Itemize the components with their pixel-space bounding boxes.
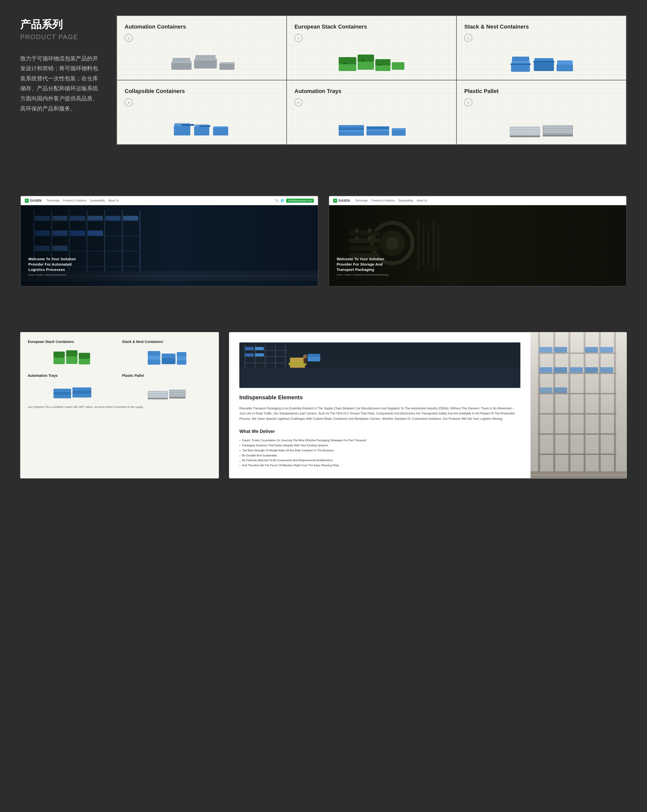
content-hero-image	[240, 342, 520, 388]
wp-header-1: D DASEN Technology Products & Solutions …	[21, 196, 318, 205]
product-grid: Automation Containers	[116, 15, 627, 145]
svg-rect-115	[53, 395, 71, 398]
wp-hero-storage: Welcome To Your Solution Provider For St…	[329, 205, 626, 286]
svg-rect-123	[148, 394, 168, 395]
website-preview-warehouse: D DASEN Technology Products & Solutions …	[20, 195, 319, 287]
product-title-zh: 产品系列	[20, 18, 101, 32]
nav-technology-1[interactable]: Technology	[47, 199, 60, 202]
card-plastic-pallet[interactable]: Plastic Pallet	[456, 80, 626, 145]
svg-rect-120	[73, 388, 92, 391]
product-intro: 产品系列 PRODUCT PAGE 致力于可循环物流包装产品的开发设计和营销；将…	[20, 15, 101, 113]
list-item-5: Be Perfectly Matched To All Components A…	[240, 458, 520, 463]
card-stack-nest[interactable]: Stack & Nest Containers	[456, 16, 626, 80]
card-automation-containers[interactable]: Automation Containers	[117, 16, 287, 80]
svg-rect-128	[170, 395, 185, 396]
product-title-en: PRODUCT PAGE	[20, 33, 101, 41]
thumb-item-stack-nest[interactable]: Stack & Nest Containers	[122, 340, 211, 368]
svg-rect-139	[244, 356, 286, 357]
svg-rect-109	[148, 351, 160, 356]
card-collapsible[interactable]: Collapsible Containers	[117, 80, 287, 145]
list-item-6: And Therefore Be The Focus Of Attention …	[240, 463, 520, 468]
nav-technology-2[interactable]: Technology	[355, 199, 368, 202]
nav-about-2[interactable]: About Us	[417, 199, 427, 202]
wp-hero-warehouse: Welcome To Your Solution Provider For Au…	[21, 205, 318, 286]
content-body-text: Reusable Transport Packaging Is An Essen…	[240, 406, 520, 421]
wp-nav-2: Technology Products & Solutions Sustaina…	[355, 199, 622, 202]
website-previews-section: D DASEN Technology Products & Solutions …	[0, 176, 647, 307]
search-icon-1[interactable]: 🔍	[275, 199, 279, 202]
logo-icon-2: D	[333, 198, 337, 203]
thumb-item-pallet[interactable]: Plastic Pallet	[122, 374, 211, 402]
thumb-image-stack-nest	[122, 346, 211, 368]
thumb-image-pallet	[122, 380, 211, 402]
card-european-stack[interactable]: European Stack Containers	[287, 16, 456, 80]
svg-rect-150	[308, 354, 320, 357]
svg-rect-144	[255, 353, 264, 356]
svg-rect-143	[245, 353, 254, 356]
svg-rect-107	[148, 359, 160, 365]
svg-rect-178	[531, 332, 627, 478]
list-item-2: Packaging Solutions That Easily Integrat…	[240, 443, 520, 448]
svg-point-147	[303, 354, 307, 359]
dasen-logo-1: D DASEN	[25, 198, 42, 203]
dasen-logo-2: D DASEN	[333, 198, 350, 203]
thumb-item-trays[interactable]: Automation Trays	[28, 374, 117, 402]
nav-products-2[interactable]: Products & Solutions	[371, 199, 395, 202]
nav-products-1[interactable]: Products & Solutions	[63, 199, 87, 202]
globe-icon-1[interactable]: 🌐	[281, 199, 284, 202]
thumb-title-european: European Stack Containers	[28, 340, 117, 344]
svg-rect-117	[53, 389, 71, 392]
svg-rect-122	[148, 392, 168, 393]
logo-text-2: DASEN	[339, 198, 350, 202]
svg-rect-104	[66, 350, 78, 356]
thumb-image-european	[28, 346, 117, 368]
svg-rect-110	[162, 357, 175, 364]
contact-button-1[interactable]: Info@dasenplastic.com	[286, 198, 314, 203]
svg-rect-129	[148, 398, 168, 399]
svg-rect-142	[255, 347, 264, 350]
thumbnails-section: European Stack Containers	[0, 322, 647, 499]
svg-rect-102	[53, 351, 65, 357]
svg-rect-101	[53, 357, 65, 364]
card-automation-trays[interactable]: Automation Trays	[287, 80, 456, 145]
website-preview-storage: D DASEN Technology Products & Solutions …	[328, 195, 627, 287]
svg-rect-119	[73, 391, 92, 394]
svg-rect-111	[162, 354, 175, 358]
thumb-inner: European Stack Containers	[20, 332, 219, 419]
product-description: 致力于可循环物流包装产品的开发设计和营销；将可循环物料包装系统替代一次性包装；在…	[20, 53, 101, 114]
nav-sustainability-1[interactable]: Sustainability	[90, 199, 105, 202]
content-left: Indispensable Elements Reusable Transpor…	[229, 332, 531, 478]
svg-rect-148	[304, 359, 307, 363]
list-item-4: Be Durable And Sustainable.	[240, 453, 520, 458]
thumb-item-european[interactable]: European Stack Containers	[28, 340, 117, 368]
svg-rect-127	[170, 393, 185, 394]
svg-rect-106	[79, 353, 90, 359]
wp-actions-1: 🔍 🌐 Info@dasenplastic.com	[275, 198, 314, 203]
list-item-3: The Best Strength-To-Weight Ratio Of Any…	[240, 448, 520, 453]
wp-nav-1: Technology Products & Solutions Sustaina…	[47, 199, 270, 202]
svg-rect-108	[148, 355, 160, 360]
logo-icon-1: D	[25, 198, 29, 203]
wp-hero-text-1: Welcome To Your Solution Provider For Au…	[28, 256, 84, 276]
nav-sustainability-2[interactable]: Sustainability	[398, 199, 413, 202]
svg-rect-149	[308, 356, 320, 362]
svg-rect-132	[240, 368, 520, 388]
list-item-1: Expert, Timely Consultation On Sourcing …	[240, 438, 520, 443]
wp-hero-text-2: Welcome To Your Solution Provider For St…	[337, 256, 392, 276]
content-subtitle: What We Deliver	[240, 429, 520, 434]
wp-breadcrumb-2: Home > Product > Automotive & Advanced M…	[337, 274, 392, 276]
thumb-title-trays: Automation Trays	[28, 374, 117, 378]
thumb-image-trays	[28, 380, 117, 402]
content-main-title: Indispensable Elements	[240, 394, 520, 401]
thumbnail-card-left: European Stack Containers	[20, 332, 219, 478]
thumb-title-pallet: Plastic Pallet	[122, 374, 211, 378]
svg-rect-138	[244, 350, 286, 351]
svg-rect-140	[244, 363, 286, 363]
svg-rect-113	[177, 356, 186, 360]
svg-rect-130	[169, 397, 186, 398]
nav-about-1[interactable]: About Us	[108, 199, 119, 202]
svg-rect-141	[245, 347, 254, 350]
gap-1	[0, 160, 647, 176]
logo-text-1: DASEN	[30, 198, 42, 202]
product-section: 产品系列 PRODUCT PAGE 致力于可循环物流包装产品的开发设计和营销；将…	[0, 0, 647, 160]
